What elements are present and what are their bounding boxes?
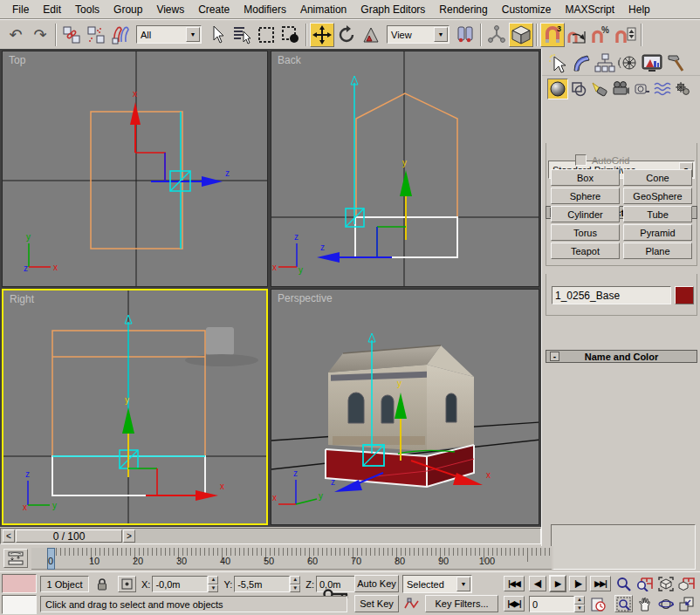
menu-views[interactable]: Views — [149, 1, 191, 18]
arc-rotate-button[interactable] — [656, 595, 675, 612]
time-slider-handle[interactable]: 0 / 100 — [16, 530, 122, 543]
zoom-all-button[interactable] — [635, 575, 654, 592]
menu-group[interactable]: Group — [106, 1, 149, 18]
pyramid-button[interactable]: Pyramid — [623, 224, 692, 241]
tab-hierarchy[interactable] — [593, 51, 616, 74]
name-color-rollout-header[interactable]: - Name and Color — [546, 350, 697, 363]
select-rotate-button[interactable] — [334, 23, 359, 47]
next-frame-button[interactable]: |▶ — [569, 576, 587, 591]
menu-animation[interactable]: Animation — [293, 1, 353, 18]
mini-curve-editor-button[interactable] — [3, 549, 28, 568]
unlink-button[interactable] — [84, 23, 108, 47]
selection-set-dropdown[interactable]: Selected ▼ — [402, 575, 472, 593]
viewport-back-label[interactable]: Back — [278, 54, 301, 66]
snap-toggle-button[interactable]: 3 — [540, 23, 565, 47]
percent-snap-button[interactable]: % — [589, 23, 614, 47]
coord-system-dropdown[interactable]: View ▼ — [387, 25, 450, 44]
viewport-perspective[interactable]: Perspective — [271, 289, 539, 525]
viewport-right-active[interactable]: Right y — [2, 289, 268, 525]
select-by-name-button[interactable] — [230, 23, 254, 47]
x-coord-field[interactable] — [152, 576, 208, 592]
select-link-button[interactable] — [59, 23, 84, 47]
category-spacewarps-button[interactable] — [652, 79, 673, 99]
key-mode-toggle-button[interactable]: |◀▶| — [504, 596, 525, 612]
spinner-snap-button[interactable] — [614, 23, 638, 47]
select-move-button[interactable] — [310, 23, 334, 47]
torus-button[interactable]: Torus — [551, 224, 620, 241]
min-max-toggle-button[interactable] — [677, 595, 696, 612]
region-zoom-button[interactable] — [614, 595, 633, 612]
tab-display[interactable] — [640, 51, 663, 74]
redo-button[interactable]: ↷ — [28, 23, 52, 47]
cone-button[interactable]: Cone — [623, 169, 692, 186]
set-key-button[interactable]: Set Key — [354, 595, 399, 612]
y-coord-field[interactable] — [234, 576, 290, 592]
time-slider-next-button[interactable]: > — [123, 530, 135, 543]
geosphere-button[interactable]: GeoSphere — [623, 188, 692, 204]
angle-snap-button[interactable] — [565, 23, 589, 47]
category-shapes-button[interactable] — [568, 79, 589, 99]
viewport-top[interactable]: Top x z y — [2, 51, 268, 287]
x-coord-spinner[interactable]: ▲▼ — [208, 576, 218, 592]
maxscript-mini-listener[interactable] — [2, 595, 37, 614]
menu-graph-editors[interactable]: Graph Editors — [353, 1, 432, 18]
menu-rendering[interactable]: Rendering — [432, 1, 494, 18]
viewport-top-label[interactable]: Top — [9, 54, 25, 66]
viewport-back[interactable]: Back y z — [271, 51, 539, 287]
tube-button[interactable]: Tube — [623, 206, 692, 222]
undo-button[interactable]: ↶ — [3, 23, 28, 47]
menu-tools[interactable]: Tools — [68, 1, 106, 18]
menu-create[interactable]: Create — [191, 1, 237, 18]
autogrid-checkbox[interactable] — [575, 154, 587, 166]
selection-filter-dropdown[interactable]: All ▼ — [136, 25, 202, 44]
time-slider-prev-button[interactable]: < — [3, 530, 15, 543]
frame-spinner[interactable]: ▲▼ — [574, 596, 585, 612]
manipulate-button[interactable] — [484, 23, 509, 47]
menu-file[interactable]: File — [5, 1, 36, 18]
go-to-end-button[interactable]: ▶▶| — [590, 576, 611, 591]
menu-edit[interactable]: Edit — [36, 1, 68, 18]
tab-modify[interactable] — [569, 51, 593, 74]
auto-key-button[interactable]: Auto Key — [354, 575, 399, 592]
menu-help[interactable]: Help — [621, 1, 657, 18]
window-crossing-button[interactable] — [278, 23, 303, 47]
teapot-button[interactable]: Teapot — [551, 243, 620, 259]
key-filters-button[interactable]: Key Filters... — [425, 595, 498, 612]
zoom-button[interactable] — [614, 575, 633, 592]
macro-recorder-mini-listener[interactable] — [2, 574, 37, 593]
default-tangents-button[interactable] — [402, 595, 422, 612]
sphere-button[interactable]: Sphere — [551, 188, 620, 204]
menu-maxscript[interactable]: MAXScript — [558, 1, 621, 18]
object-color-swatch[interactable] — [675, 286, 694, 304]
tab-utilities[interactable] — [663, 51, 687, 74]
tab-create[interactable] — [546, 51, 569, 74]
object-name-field[interactable] — [552, 286, 671, 304]
track-bar-ruler[interactable]: 0 10 20 30 40 50 60 70 80 90 100 — [31, 548, 552, 570]
rect-selection-region-button[interactable] — [254, 23, 278, 47]
select-scale-button[interactable] — [359, 23, 383, 47]
pan-button[interactable] — [635, 595, 654, 612]
viewport-right-label[interactable]: Right — [10, 293, 34, 305]
go-to-start-button[interactable]: |◀◀ — [504, 576, 525, 591]
select-object-button[interactable] — [205, 23, 230, 47]
menu-customize[interactable]: Customize — [495, 1, 559, 18]
zoom-extents-all-button[interactable] — [677, 575, 696, 592]
plane-button[interactable]: Plane — [623, 243, 692, 259]
use-center-button[interactable] — [453, 23, 477, 47]
menu-modifiers[interactable]: Modifiers — [237, 1, 293, 18]
category-systems-button[interactable] — [673, 79, 694, 99]
category-geometry-button[interactable] — [547, 79, 568, 99]
cylinder-button[interactable]: Cylinder — [551, 206, 620, 222]
play-button[interactable]: ▶ — [549, 575, 566, 592]
cube-toggle-button[interactable] — [509, 23, 533, 47]
category-cameras-button[interactable] — [610, 79, 631, 99]
category-helpers-button[interactable] — [631, 79, 652, 99]
selection-lock-button[interactable] — [93, 576, 110, 592]
current-frame-field[interactable] — [529, 596, 574, 612]
zoom-extents-button[interactable] — [656, 575, 675, 592]
tab-motion[interactable] — [616, 51, 640, 74]
bind-spacewarp-button[interactable] — [108, 23, 133, 47]
absolute-offset-toggle-button[interactable] — [118, 576, 136, 592]
viewport-perspective-label[interactable]: Perspective — [278, 292, 333, 304]
y-coord-spinner[interactable]: ▲▼ — [290, 576, 300, 592]
